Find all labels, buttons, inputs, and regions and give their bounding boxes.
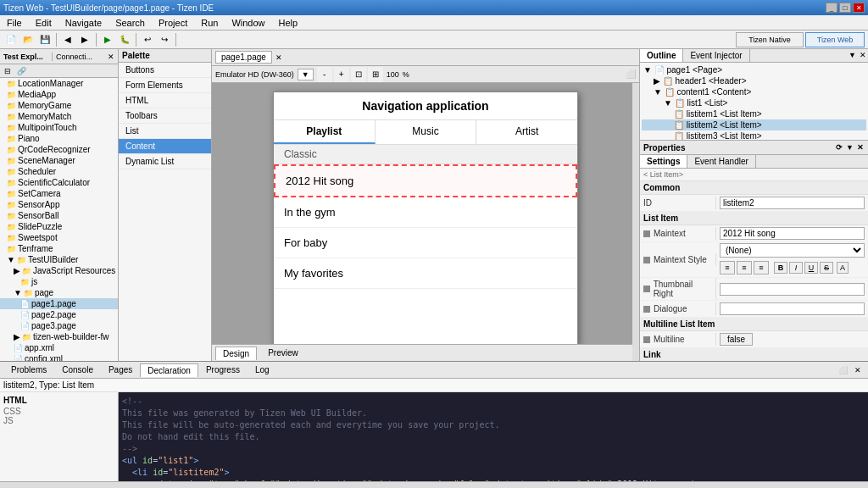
tree-item-sensor-ball[interactable]: 📁SensorBall [0,210,118,221]
tree-item-page2[interactable]: 📄page2.page [0,309,118,320]
code-type-css[interactable]: CSS [3,407,114,416]
design-tab-design[interactable]: Design [215,347,257,360]
zoom-in-btn[interactable]: + [334,67,349,82]
bottom-tab-console[interactable]: Console [54,363,101,377]
bottom-tab-problems[interactable]: Problems [3,363,54,377]
props-strikethrough-btn[interactable]: S [820,262,833,274]
tree-item-app-xml[interactable]: 📄app.xml [0,342,118,353]
tree-item-slide-puzzle[interactable]: 📁SlidePuzzle [0,221,118,232]
phone-tab-playlist[interactable]: Playlist [274,120,376,144]
outline-tab[interactable]: Outline [640,49,683,62]
outline-listitem1[interactable]: 📋 listitem1 <List Item> [642,108,866,119]
save-btn[interactable]: 💾 [37,32,53,47]
props-multiline-false-btn[interactable]: false [720,333,753,346]
props-close-icon[interactable]: ✕ [856,142,865,152]
phone-tab-artist[interactable]: Artist [476,120,577,144]
tree-item-tizen-fw[interactable]: ▶📁tizen-web-builder-fw [0,331,118,342]
tree-item-qr-code[interactable]: 📁QrCodeRecognizer [0,144,118,155]
tree-item-config-xml[interactable]: 📄config.xml [0,353,118,361]
close-explorer-btn[interactable]: ✕ [104,53,118,61]
palette-buttons[interactable]: Buttons [119,63,211,78]
phone-list-item-2[interactable]: For baby [274,228,577,258]
connections-tab[interactable]: Connecti... [53,53,104,61]
tree-item-page3[interactable]: 📄page3.page [0,320,118,331]
outline-header[interactable]: ▶ 📋 header1 <Header> [642,75,866,86]
tizen-web-btn[interactable]: Tizen Web [805,32,865,47]
menu-help[interactable]: Help [275,17,302,29]
open-btn[interactable]: 📂 [20,32,36,47]
outline-listitem3[interactable]: 📋 listitem3 <List Item> [642,130,866,140]
minimize-button[interactable]: _ [826,3,837,13]
palette-list[interactable]: List [119,124,211,139]
close-button[interactable]: ✕ [853,3,865,13]
palette-dynamic-list[interactable]: Dynamic List [119,154,211,169]
close-page-icon[interactable]: ✕ [275,53,282,62]
outline-listitem2[interactable]: 📋 listitem2 <List Item> [642,119,866,130]
menu-project[interactable]: Project [155,17,191,29]
props-italic-btn[interactable]: I [789,262,803,274]
menu-navigate[interactable]: Navigate [62,17,105,29]
tree-item-scientific-calc[interactable]: 📁ScientificCalculator [0,177,118,188]
menu-file[interactable]: File [3,17,25,29]
props-maintext-style-dropdown[interactable]: (None) Bold Italic [720,243,865,258]
tree-item-piano[interactable]: 📁Piano [0,133,118,144]
phone-list-item-1[interactable]: In the gym [274,197,577,228]
palette-form-elements[interactable]: Form Elements [119,78,211,93]
props-thumbnail-input[interactable] [720,283,865,296]
tree-item-scene-manager[interactable]: 📁SceneManager [0,155,118,166]
tree-item-memory-match[interactable]: 📁MemoryMatch [0,111,118,122]
actual-btn[interactable]: ⊞ [368,67,383,82]
tree-item-sensor-app[interactable]: 📁SensorApp [0,199,118,210]
design-scrollbar-v[interactable] [632,83,639,344]
design-tab-preview[interactable]: Preview [260,346,306,360]
palette-html[interactable]: HTML [119,93,211,108]
palette-content[interactable]: Content [119,139,211,154]
tree-item-location-manager[interactable]: 📁LocationManager [0,78,118,89]
palette-toolbars[interactable]: Toolbars [119,108,211,124]
fit-btn[interactable]: ⊡ [351,67,366,82]
bottom-tab-progress[interactable]: Progress [198,363,248,377]
props-dialogue-input[interactable] [720,302,865,315]
outline-list[interactable]: ▼ 📋 list1 <List> [642,97,866,108]
outline-page[interactable]: ▼ 📄 page1 <Page> [642,64,866,75]
bottom-maximize-btn[interactable]: ⬜ [835,364,851,376]
outline-menu-icon[interactable]: ▼ [847,49,858,62]
run-btn[interactable]: ▶ [100,32,115,47]
outline-content[interactable]: ▼ 📋 content1 <Content> [642,86,866,97]
test-explorer-tab[interactable]: Test Expl... [0,53,53,61]
phone-tab-music[interactable]: Music [376,120,477,144]
props-settings-tab[interactable]: Settings [640,155,687,168]
event-injector-tab[interactable]: Event Injector [683,49,749,62]
tree-item-test-ui-builder[interactable]: ▼📁TestUIBuilder [0,254,118,265]
props-id-input[interactable] [720,197,865,209]
phone-list-item-3[interactable]: My favorites [274,258,577,289]
props-align-center-btn[interactable]: ≡ [737,261,752,274]
outline-close-icon[interactable]: ✕ [858,49,868,62]
phone-list-item-0[interactable]: 2012 Hit song [274,164,577,197]
bottom-close-btn[interactable]: ✕ [851,364,865,376]
tree-item-js-resources[interactable]: ▶📁JavaScript Resources [0,265,118,276]
tree-item-memory-game[interactable]: 📁MemoryGame [0,100,118,111]
menu-search[interactable]: Search [112,17,148,29]
menu-edit[interactable]: Edit [32,17,55,29]
tree-item-page1[interactable]: 📄page1.page [0,298,118,309]
collapse-all-icon[interactable]: ⊟ [2,65,14,77]
props-event-tab[interactable]: Event Handler [687,155,755,168]
tree-item-js[interactable]: 📁js [0,276,118,287]
maximize-design-btn[interactable]: ⬜ [626,69,636,79]
code-type-js[interactable]: JS [3,416,114,425]
props-align-left-btn[interactable]: ≡ [720,261,735,274]
tree-item-sweetspot[interactable]: 📁Sweetspot [0,232,118,243]
tree-item-multipoint-touch[interactable]: 📁MultipointTouch [0,122,118,133]
tree-item-media-app[interactable]: 📁MediaApp [0,89,118,100]
redo-btn[interactable]: ↪ [157,32,172,47]
link-editor-icon[interactable]: 🔗 [15,65,27,77]
fwd-btn[interactable]: ▶ [77,32,92,47]
tree-item-tenframe[interactable]: 📁Tenframe [0,243,118,254]
menu-window[interactable]: Window [228,17,268,29]
tree-item-set-camera[interactable]: 📁SetCamera [0,188,118,199]
props-menu-icon[interactable]: ▼ [845,142,854,152]
maximize-button[interactable]: □ [839,3,851,13]
props-bold-btn[interactable]: B [774,262,787,274]
tree-item-scheduler[interactable]: 📁Scheduler [0,166,118,177]
